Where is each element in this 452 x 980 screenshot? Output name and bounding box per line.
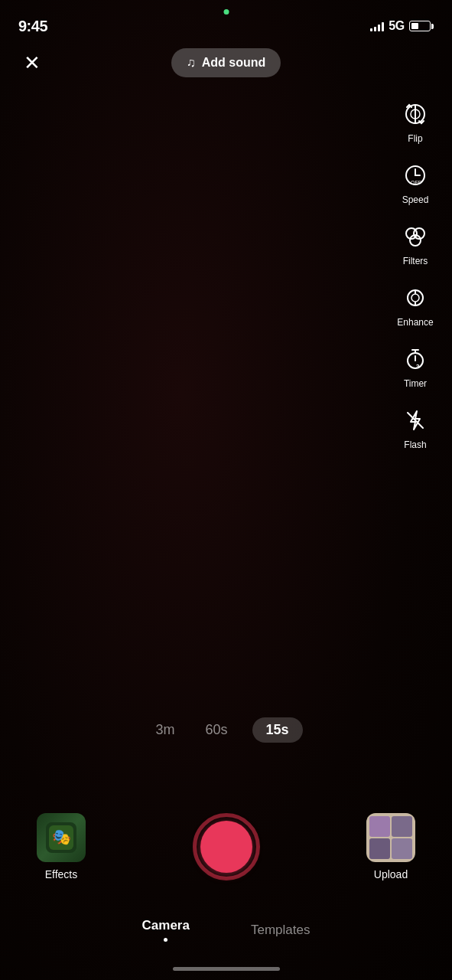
upload-thumb-4	[392, 838, 412, 859]
timer-icon: 3	[403, 347, 428, 371]
add-sound-button[interactable]: ♫ Add sound	[171, 48, 281, 77]
upload-thumb-1	[369, 816, 390, 837]
timer-label: Timer	[404, 378, 427, 389]
status-time: 9:45	[18, 18, 47, 35]
battery-fill	[411, 23, 418, 29]
timer-control[interactable]: 3 Timer	[391, 337, 440, 395]
close-icon: ✕	[24, 53, 41, 73]
duration-15s[interactable]: 15s	[252, 717, 303, 743]
flip-icon	[403, 102, 428, 126]
upload-button[interactable]: Upload	[366, 813, 415, 880]
speed-control[interactable]: OFF Speed	[391, 153, 440, 211]
nav-camera-label: Camera	[142, 918, 190, 933]
duration-selector: 3m 60s 15s	[0, 717, 452, 743]
svg-text:🎭: 🎭	[52, 828, 71, 846]
music-icon: ♫	[187, 56, 196, 70]
filters-icon	[403, 224, 428, 249]
svg-text:OFF: OFF	[411, 180, 421, 185]
effects-label: Effects	[45, 868, 78, 880]
duration-3m[interactable]: 3m	[149, 719, 180, 741]
flip-label: Flip	[408, 133, 422, 144]
upload-icon	[366, 813, 415, 862]
upload-label: Upload	[374, 868, 408, 880]
signal-bar-4	[382, 22, 384, 31]
nav-camera[interactable]: Camera	[142, 918, 190, 942]
battery-tip	[431, 24, 434, 29]
enhance-icon	[403, 286, 428, 310]
flip-icon-container	[399, 98, 431, 130]
record-button-inner	[200, 821, 252, 873]
speed-icon: OFF	[403, 163, 428, 188]
upload-thumb-3	[369, 838, 390, 859]
flip-control[interactable]: Flip	[391, 92, 440, 150]
svg-text:3: 3	[416, 363, 420, 370]
signal-bar-1	[370, 28, 372, 31]
home-indicator	[173, 967, 280, 971]
nav-templates-label: Templates	[251, 923, 310, 938]
right-controls: Flip OFF Speed Filters	[391, 92, 440, 456]
nav-templates[interactable]: Templates	[251, 923, 310, 938]
signal-bar-3	[378, 24, 380, 31]
flash-icon	[403, 408, 428, 433]
battery-indicator	[409, 21, 434, 31]
status-bar: 9:45 5G	[0, 0, 452, 41]
add-sound-label: Add sound	[202, 56, 266, 70]
bottom-controls: 🎭 Effects Upload	[0, 813, 452, 880]
top-bar: ✕ ♫ Add sound	[0, 46, 452, 80]
speed-icon-container: OFF	[399, 159, 431, 191]
enhance-icon-container	[399, 282, 431, 314]
signal-bar-2	[374, 27, 376, 31]
effects-button[interactable]: 🎭 Effects	[37, 813, 86, 880]
filters-icon-container	[399, 220, 431, 253]
duration-60s[interactable]: 60s	[199, 719, 233, 741]
close-button[interactable]: ✕	[15, 46, 49, 80]
record-button[interactable]	[193, 813, 260, 880]
bottom-nav: Camera Templates	[0, 918, 452, 942]
filters-control[interactable]: Filters	[391, 214, 440, 273]
battery-body	[409, 21, 431, 31]
flash-control[interactable]: Flash	[391, 398, 440, 456]
signal-bars	[370, 21, 384, 31]
nav-camera-dot	[164, 938, 167, 942]
effects-icon: 🎭	[37, 813, 86, 862]
upload-thumb-2	[392, 816, 412, 837]
enhance-control[interactable]: Enhance	[391, 276, 440, 334]
flash-label: Flash	[404, 439, 426, 450]
effects-icon-svg: 🎭	[46, 822, 76, 853]
flash-icon-container	[399, 404, 431, 436]
timer-icon-container: 3	[399, 343, 431, 375]
network-type: 5G	[389, 19, 405, 33]
speed-label: Speed	[402, 194, 429, 205]
svg-point-9	[411, 294, 419, 302]
enhance-label: Enhance	[397, 317, 433, 328]
status-right: 5G	[370, 19, 434, 33]
filters-label: Filters	[403, 256, 428, 266]
